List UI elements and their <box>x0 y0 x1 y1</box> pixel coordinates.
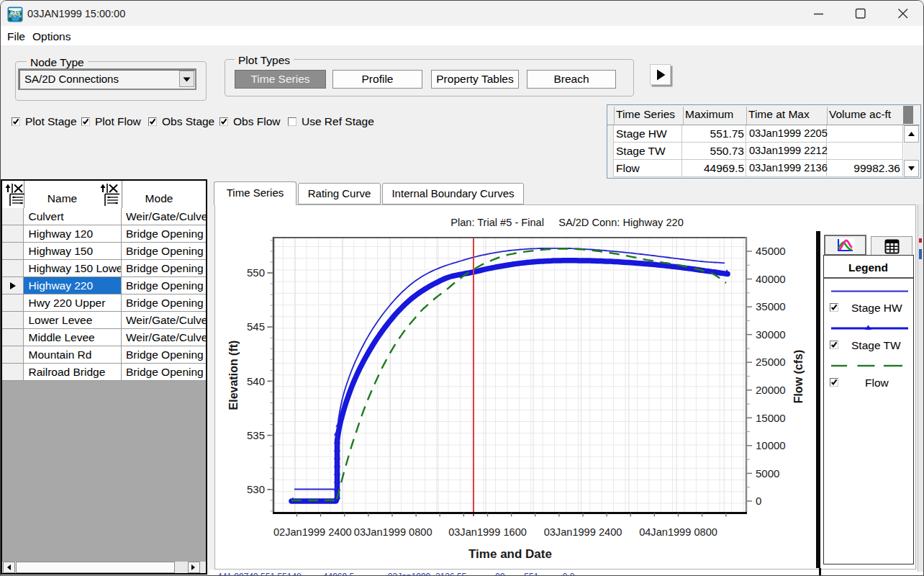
svg-text:02Jan1999 2400: 02Jan1999 2400 <box>273 526 352 538</box>
svg-text:540: 540 <box>247 375 265 387</box>
svg-text:5000: 5000 <box>756 467 779 480</box>
svg-text:20000: 20000 <box>756 384 786 396</box>
svg-text:545: 545 <box>247 320 265 333</box>
svg-text:Flow (cfs): Flow (cfs) <box>792 350 805 404</box>
svg-text:25000: 25000 <box>756 356 786 368</box>
svg-text:30000: 30000 <box>756 328 786 341</box>
svg-text:04Jan1999 0800: 04Jan1999 0800 <box>639 526 717 538</box>
svg-text:15000: 15000 <box>756 412 786 424</box>
svg-text:Time and Date: Time and Date <box>468 547 552 561</box>
svg-text:45000: 45000 <box>756 245 786 257</box>
svg-text:03Jan1999 0800: 03Jan1999 0800 <box>354 526 432 538</box>
svg-text:03Jan1999 1600: 03Jan1999 1600 <box>448 526 527 538</box>
svg-text:530: 530 <box>247 483 265 495</box>
svg-text:Elevation (ft): Elevation (ft) <box>227 341 240 410</box>
svg-text:535: 535 <box>247 429 265 441</box>
svg-text:35000: 35000 <box>756 300 786 312</box>
svg-text:550: 550 <box>247 266 265 279</box>
svg-text:0: 0 <box>756 495 761 507</box>
svg-text:40000: 40000 <box>756 273 786 285</box>
svg-text:10000: 10000 <box>756 439 786 451</box>
svg-text:03Jan1999 2400: 03Jan1999 2400 <box>544 526 622 538</box>
svg-text:Plan: Trial #5 - Final SA/: Plan: Trial #5 - Final SA/2D Conn: Highw… <box>450 217 684 228</box>
